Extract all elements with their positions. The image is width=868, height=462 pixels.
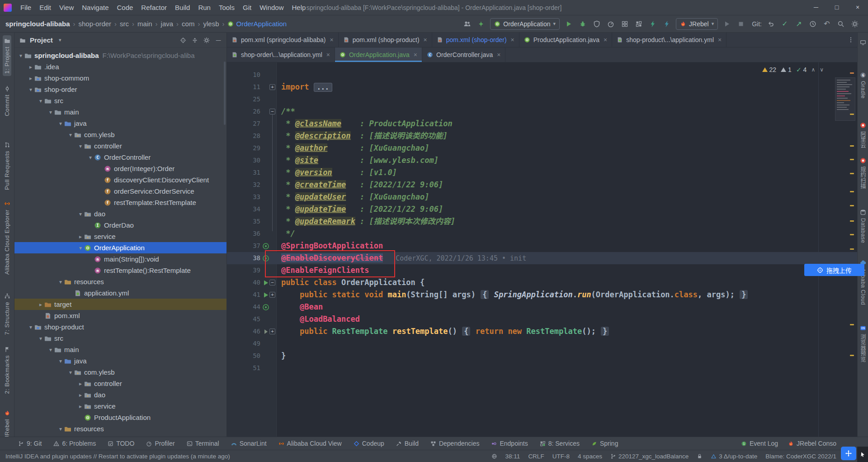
tree-item-shop-order[interactable]: ▾shop-order (14, 84, 226, 95)
chevron-down-icon[interactable]: ▾ (17, 52, 24, 59)
tree-item-resttemplate-resttemplate[interactable]: mrestTemplate():RestTemplate (14, 265, 226, 276)
breadcrumb-item-orderapplication[interactable]: OrderApplication (227, 20, 287, 28)
git-branch[interactable]: 220127_xgc_loadBalance (610, 453, 689, 460)
close-icon[interactable]: × (414, 51, 417, 58)
jrebel-debug-button[interactable] (662, 19, 672, 29)
menu-item-run[interactable]: Run (194, 0, 215, 15)
tree-item-discoveryclient-discoveryclient[interactable]: fdiscoveryClient:DiscoveryClient (14, 174, 226, 186)
git-push-icon[interactable]: ↗ (794, 19, 804, 29)
status-message[interactable]: IntelliJ IDEA and plugin updates // Rest… (5, 453, 230, 460)
tool-stripe-item[interactable]: CS浏览器预览 (858, 323, 868, 365)
toolwindow-button-sonarlint[interactable]: SonarLint (231, 440, 267, 447)
close-icon[interactable]: × (604, 36, 607, 43)
tree-item-controller[interactable]: ▸controller (14, 378, 226, 389)
chevron-right-icon[interactable]: ▸ (37, 301, 44, 308)
code-line-25[interactable]: 25 (227, 93, 857, 105)
tree-item-controller[interactable]: ▾controller (14, 140, 226, 152)
warning-stripe-mark[interactable] (850, 173, 854, 174)
error-stripe[interactable] (850, 62, 854, 437)
ide-updates-icon[interactable] (491, 453, 497, 459)
code-line-49[interactable]: 49 (227, 338, 857, 350)
tree-item-resources[interactable]: ▾resources (14, 276, 226, 287)
tree-item-target[interactable]: ▸target (14, 299, 226, 310)
code-line-31[interactable]: 31 * @version : [v1.0] (227, 167, 857, 179)
warning-stripe-mark[interactable] (850, 145, 854, 147)
close-icon[interactable]: × (330, 36, 334, 43)
tree-item-springcloud-alibaba[interactable]: ▾springcloud-alibabaF:\WorkPace\springcl… (14, 50, 226, 61)
tool-stripe-2-bookmarks[interactable]: 2: Bookmarks (3, 344, 11, 396)
run-configuration-select[interactable]: OrderApplication▾ (490, 18, 560, 30)
warning-stripe-mark[interactable] (850, 159, 854, 160)
spring-bean-gutter-icon[interactable] (262, 243, 269, 249)
tool-stripe-alibaba-cloud-explorer[interactable]: Alibaba Cloud Explorer (3, 198, 11, 277)
chevron-right-icon[interactable]: ▸ (77, 392, 84, 398)
indent-setting[interactable]: 4 spaces (578, 453, 602, 460)
chevron-right-icon[interactable]: ▸ (77, 403, 84, 410)
tree-item-com-ylesb[interactable]: ▾com.ylesb (14, 367, 226, 378)
profiler-button[interactable] (606, 19, 616, 29)
line-number-31[interactable]: 31 (227, 167, 260, 179)
code-line-33[interactable]: 33 * @updateUser : [XuGuangchao] (227, 191, 857, 203)
jrebel-select[interactable]: JRebel▾ (676, 18, 718, 30)
warning-stripe-mark[interactable] (850, 72, 854, 74)
menu-item-navigate[interactable]: Navigate (78, 0, 113, 15)
line-number-50[interactable]: 50 (227, 350, 260, 362)
breadcrumb-item-springcloud-alibaba[interactable]: springcloud-alibaba (5, 20, 70, 28)
line-number-34[interactable]: 34 (227, 203, 260, 215)
tree-item-java[interactable]: ▾java (14, 355, 226, 367)
chevron-down-icon[interactable]: ▾ (57, 120, 64, 127)
line-number-28[interactable]: 28 (227, 130, 260, 142)
editor-tab-pom-xml-shop-product[interactable]: mpom.xml (shop-product)× (339, 33, 432, 47)
line-number-25[interactable]: 25 (227, 93, 260, 105)
tree-item-ordercontroller[interactable]: ▾COrderController (14, 152, 226, 163)
warning-stripe-mark[interactable] (850, 355, 854, 356)
tool-stripe-gradle[interactable]: GGradle (859, 70, 867, 101)
stop-button[interactable] (736, 19, 746, 29)
tool-stripe-jrebel[interactable]: JRebel (3, 408, 11, 441)
warning-stripe-mark[interactable] (850, 324, 854, 325)
tree-item-order-integer-order[interactable]: morder(Integer):Order (14, 163, 226, 174)
tree-item-main-string-void[interactable]: mmain(String[]):void (14, 253, 226, 265)
tree-item-src[interactable]: ▾src (14, 95, 226, 106)
caret-position[interactable]: 38:11 (505, 453, 520, 460)
chevron-down-icon[interactable]: ▾ (57, 426, 64, 432)
jrebel-activity-icon[interactable] (476, 19, 486, 29)
capture-crosshair-button[interactable] (841, 447, 856, 460)
tree-item-productapplication[interactable]: ProductApplication (14, 412, 226, 423)
toolwindow-button-profiler[interactable]: Profiler (146, 440, 175, 447)
line-number-27[interactable]: 27 (227, 118, 260, 130)
gear-icon[interactable] (202, 36, 211, 45)
code-line-44[interactable]: 44 @Bean (227, 301, 857, 313)
tree-item-java[interactable]: ▾java (14, 118, 226, 129)
line-number-44[interactable]: 44 (227, 301, 260, 313)
chevron-down-icon[interactable]: ▾ (77, 245, 84, 251)
code-line-50[interactable]: 50} (227, 350, 857, 362)
editor-tab-productapplication-java[interactable]: ProductApplication.java× (519, 33, 613, 47)
hide-panel-icon[interactable]: ─ (214, 36, 223, 45)
ok-count[interactable]: ✓4 (796, 66, 807, 73)
toolwindow-button-event-log[interactable]: 1Event Log (741, 440, 778, 447)
code-line-40[interactable]: 40−public class OrderApplication { (227, 276, 857, 289)
capture-cursor-button[interactable] (857, 447, 868, 462)
toolwindow-button-codeup[interactable]: Codeup (354, 440, 384, 447)
project-title[interactable]: Project (30, 36, 53, 44)
tree-item-orderapplication[interactable]: ▾OrderApplication (14, 242, 226, 253)
line-number-33[interactable]: 33 (227, 191, 260, 203)
line-number-11[interactable]: 11 (227, 81, 260, 93)
line-number-30[interactable]: 30 (227, 154, 260, 167)
toolwindow-button-terminal[interactable]: Terminal (187, 440, 219, 447)
collapse-all-icon[interactable] (190, 36, 199, 45)
menu-item-window[interactable]: Window (255, 0, 288, 15)
line-separator[interactable]: CRLF (528, 453, 544, 460)
fold-marker-minus[interactable]: − (269, 280, 275, 286)
toolwindow-button-todo[interactable]: TODO (108, 440, 134, 447)
chevron-down-icon[interactable]: ▾ (67, 132, 74, 138)
line-number-46[interactable]: 46 (227, 325, 260, 338)
chevron-down-icon[interactable]: ▾ (47, 347, 54, 353)
warning-stripe-mark[interactable] (850, 205, 854, 206)
run-disabled-button[interactable] (722, 19, 732, 29)
chevron-right-icon[interactable]: ▸ (77, 233, 84, 240)
code-line-29[interactable]: 29 * @author : [XuGuangchao] (227, 142, 857, 154)
chevron-down-icon[interactable]: ▾ (27, 324, 34, 330)
tree-item-application-yml[interactable]: application.yml (14, 287, 226, 299)
